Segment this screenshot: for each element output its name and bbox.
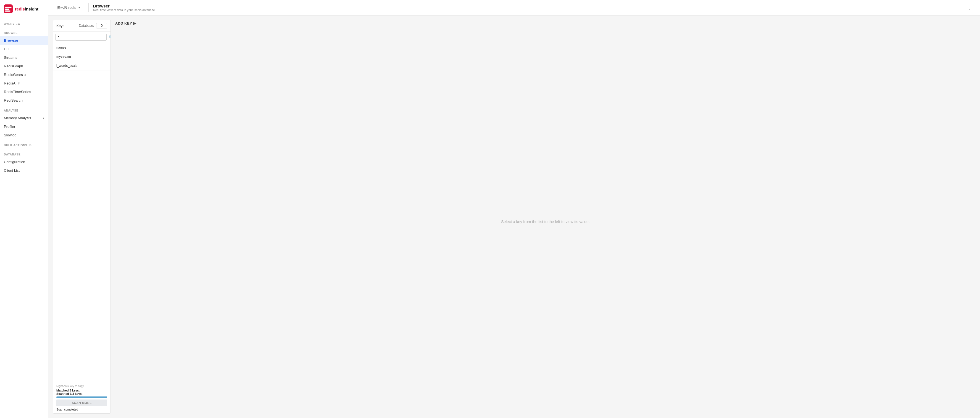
keys-panel-header: Keys Database: <box>53 20 110 32</box>
key-placeholder-area: Select a key from the list to the left t… <box>115 30 975 413</box>
content-area: Keys Database: 🔍 ↻ ▽ names mystream <box>48 16 980 418</box>
search-input[interactable] <box>55 34 107 41</box>
add-key-button[interactable]: ADD KEY ▶ <box>115 20 137 27</box>
redisai-beta-badge: β <box>18 82 20 85</box>
section-browse-label: BROWSE <box>0 27 48 36</box>
sidebar-item-redisgears[interactable]: RedisGears β <box>0 70 48 79</box>
section-database-label: DATABASE <box>0 149 48 157</box>
sidebar: redisinsight OVERVIEW BROWSE Browser CLI… <box>0 0 48 418</box>
sidebar-item-slowlog[interactable]: Slowlog <box>0 131 48 140</box>
section-analyse-label: ANALYSE <box>0 105 48 114</box>
db-selector[interactable]: 腾讯云 redis ▾ <box>54 3 83 12</box>
db-selector-chevron: ▾ <box>78 6 80 10</box>
scan-more-button[interactable]: SCAN MORE <box>56 399 107 406</box>
add-key-arrow-icon: ▶ <box>133 21 136 25</box>
key-item-lwordsscala[interactable]: l_words_scala <box>53 61 110 70</box>
key-item-mystream[interactable]: mystream <box>53 52 110 61</box>
db-name: 腾讯云 redis <box>57 5 76 10</box>
sidebar-item-client-list[interactable]: Client List <box>0 166 48 175</box>
progress-bar-inner <box>56 396 107 398</box>
svg-rect-3 <box>5 11 11 11</box>
keys-list: names mystream l_words_scala <box>53 43 110 383</box>
svg-rect-2 <box>5 9 10 10</box>
topbar: 腾讯云 redis ▾ Browser Real time view of da… <box>48 0 980 16</box>
right-panel: ADD KEY ▶ Select a key from the list to … <box>115 20 975 413</box>
sidebar-item-redistimeseries[interactable]: RedisTimeSeries <box>0 87 48 96</box>
section-bulk-label: BULK ACTIONS β <box>0 140 48 149</box>
sidebar-item-configuration[interactable]: Configuration <box>0 157 48 166</box>
more-options-icon[interactable]: ⋮ <box>964 3 974 12</box>
bulk-beta-badge: β <box>29 144 32 147</box>
sidebar-item-browser[interactable]: Browser <box>0 36 48 45</box>
sidebar-item-streams[interactable]: Streams <box>0 53 48 62</box>
search-button[interactable]: 🔍 <box>108 34 111 40</box>
topbar-divider <box>88 3 89 12</box>
logo-area: redisinsight <box>0 0 48 18</box>
section-overview-label: OVERVIEW <box>0 18 48 27</box>
page-title: Browser <box>93 3 155 8</box>
add-key-bar: ADD KEY ▶ <box>115 20 975 27</box>
sidebar-item-profiler[interactable]: Profiler <box>0 122 48 131</box>
sidebar-item-cli[interactable]: CLI <box>0 45 48 53</box>
footer-hint: Right-click key to copy <box>56 385 107 388</box>
scan-completed: Scan completed <box>56 408 107 412</box>
footer-scanned: Scanned 3/3 keys. <box>56 392 107 395</box>
topbar-title-area: Browser Real time view of data in your R… <box>93 3 155 11</box>
page-subtitle: Real time view of data in your Redis dat… <box>93 8 155 11</box>
redisgears-beta-badge: β <box>25 73 26 76</box>
main-content: 腾讯云 redis ▾ Browser Real time view of da… <box>48 0 980 418</box>
database-label: Database: <box>79 24 94 28</box>
redis-logo-icon <box>3 4 13 14</box>
keys-footer: Right-click key to copy Matched 3 keys. … <box>53 383 110 413</box>
sidebar-item-redisai[interactable]: RedisAI β <box>0 79 48 87</box>
progress-bar-outer <box>56 396 107 398</box>
sidebar-item-redisgraph[interactable]: RedisGraph <box>0 62 48 70</box>
logo-text: redisinsight <box>15 6 38 11</box>
sidebar-item-redisearch[interactable]: RediSearch <box>0 96 48 105</box>
keys-panel: Keys Database: 🔍 ↻ ▽ names mystream <box>53 20 111 413</box>
memory-analysis-chevron: ▾ <box>43 116 44 119</box>
placeholder-text: Select a key from the list to the left t… <box>501 219 590 224</box>
search-bar: 🔍 ↻ ▽ <box>53 32 110 43</box>
sidebar-item-memory-analysis[interactable]: Memory Analysis ▾ <box>0 114 48 122</box>
key-item-names[interactable]: names <box>53 43 110 52</box>
svg-rect-1 <box>5 6 11 8</box>
footer-matched: Matched 3 keys. <box>56 389 107 392</box>
database-input[interactable] <box>96 23 107 29</box>
keys-label: Keys <box>56 24 64 28</box>
